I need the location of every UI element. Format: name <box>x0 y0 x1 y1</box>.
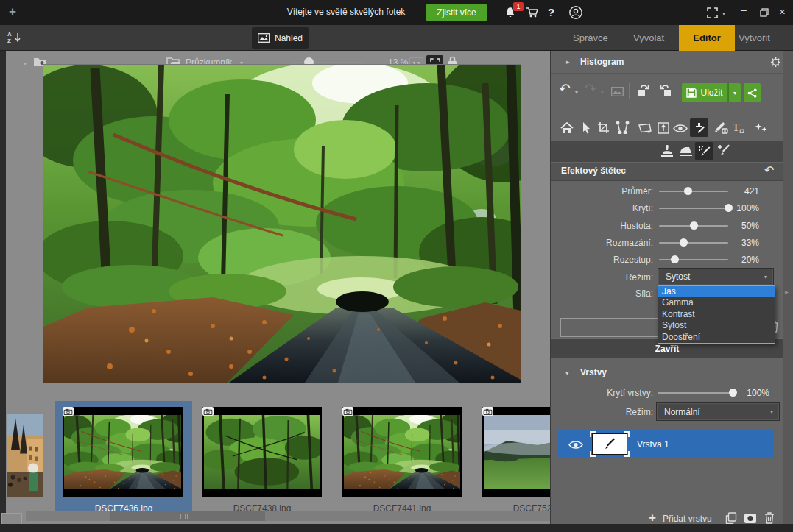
layer-name: Vrstva 1 <box>637 439 669 450</box>
layer-opacity-thumb[interactable] <box>729 389 737 397</box>
deform-tool-icon[interactable] <box>638 123 652 133</box>
combo-caret-icon: ▾ <box>764 274 773 280</box>
dropdown-item-jas[interactable]: Jas <box>658 286 775 297</box>
share-button[interactable] <box>744 83 761 102</box>
tab-editor[interactable]: Editor <box>679 25 735 51</box>
stamp-subtool-icon[interactable] <box>660 144 674 158</box>
new-tab-button[interactable]: + <box>9 4 16 19</box>
panel-gutter: ▸ <box>783 51 793 532</box>
undo-icon[interactable]: ↶ <box>559 80 571 97</box>
layer-opacity-label: Krytí vrstvy: <box>551 388 653 398</box>
home-tool-icon[interactable] <box>560 122 574 134</box>
dropdown-item-doostreni[interactable]: Doostření <box>658 332 775 343</box>
add-layer-plus-icon[interactable]: + <box>649 511 656 525</box>
histogram-expand-icon[interactable]: ▸ <box>566 58 570 65</box>
sort-caret[interactable]: ▾ <box>24 60 27 67</box>
slider-value: 100% <box>732 203 759 213</box>
reset-back-icon[interactable]: ↶ <box>764 163 774 177</box>
view-eye-tool-icon[interactable] <box>673 124 688 133</box>
slider-label: Krytí: <box>551 203 653 213</box>
dropdown-item-gamma[interactable]: Gamma <box>658 297 775 308</box>
tab-vytvorit[interactable]: Vytvořit <box>739 25 770 51</box>
preview-image-icon <box>258 33 270 43</box>
layer-visibility-eye-icon[interactable] <box>568 440 583 450</box>
rotate-right-icon[interactable] <box>657 83 673 98</box>
brush-plus-subtool-icon[interactable] <box>717 143 732 158</box>
effect-brush-header: Efektový štětec ↶ <box>551 163 783 181</box>
save-button[interactable]: Uložit <box>682 83 727 102</box>
slider-thumb[interactable] <box>680 238 688 247</box>
zoner-photo-studio-window: + Vítejte ve světě skvělých fotek Zjisti… <box>0 0 793 532</box>
save-options-caret[interactable]: ▾ <box>728 83 741 102</box>
window-bottom-edge <box>0 524 793 532</box>
filmstrip-cell[interactable]: DSCF7521.jpg <box>475 401 550 519</box>
preview-tab-label: Náhled <box>275 33 303 43</box>
slider-track[interactable] <box>659 208 728 209</box>
layers-collapse-icon[interactable]: ▾ <box>565 369 569 377</box>
close-button[interactable]: × <box>779 5 786 18</box>
restore-button[interactable] <box>760 8 769 17</box>
filmstrip-cell[interactable]: DSCF7441.jpg <box>335 401 469 519</box>
undo-caret[interactable]: ▾ <box>575 89 578 96</box>
selection-arrow-tool-icon[interactable] <box>582 121 591 134</box>
rotate-left-icon[interactable] <box>636 83 652 98</box>
learn-more-button[interactable]: Zjistit více <box>426 4 487 21</box>
panel-collapse-arrow-icon[interactable]: ▸ <box>785 288 789 296</box>
retouch-brush-tool-icon[interactable] <box>713 121 729 135</box>
zoom-slider-track[interactable] <box>291 62 364 63</box>
fullscreen-icon[interactable] <box>707 7 718 18</box>
straighten-tool-icon[interactable] <box>615 121 634 134</box>
slider-track[interactable] <box>659 191 728 192</box>
brush-mode-combobox[interactable]: Sytost ▾ <box>658 268 774 285</box>
preview-tab[interactable]: Náhled <box>252 27 309 49</box>
layer-thumbnail[interactable] <box>592 433 627 455</box>
histogram-title: Histogram <box>580 57 624 67</box>
minimize-button[interactable]: – <box>741 4 747 15</box>
slider-thumb[interactable] <box>671 255 679 263</box>
filmstrip-scrollbar-thumb[interactable] <box>110 511 265 521</box>
add-layer-button[interactable]: Přidat vrstvu <box>663 514 712 524</box>
delete-layer-trash-icon[interactable] <box>764 511 775 524</box>
place-tool-icon[interactable] <box>658 122 669 134</box>
filmstrip-corner-box <box>1 513 22 524</box>
tab-spravce[interactable]: Správce <box>573 25 608 51</box>
slider-track[interactable] <box>659 242 728 244</box>
effect-brush-tool-selected[interactable] <box>690 118 708 137</box>
slider-track[interactable] <box>659 259 728 260</box>
redo-icon[interactable]: ↷ <box>585 80 596 97</box>
crop-tool-icon[interactable] <box>597 121 610 134</box>
slider-track[interactable] <box>659 225 728 227</box>
slider-thumb[interactable] <box>690 221 698 230</box>
duplicate-layer-icon[interactable] <box>725 512 737 525</box>
filmstrip-cell[interactable]: DSCF7438.jpg <box>195 401 329 519</box>
sort-icon[interactable]: AZ <box>7 31 12 44</box>
layer-opacity-track[interactable] <box>658 392 733 394</box>
help-icon[interactable]: ? <box>548 6 554 18</box>
redo-caret[interactable]: ▾ <box>601 89 604 96</box>
effect-brush-subtool-selected[interactable] <box>695 142 713 160</box>
layer-mask-icon[interactable] <box>744 513 757 524</box>
layer-opacity-value: 100% <box>741 388 769 398</box>
filmstrip-scrollbar-track[interactable] <box>26 511 550 521</box>
history-image-icon[interactable] <box>611 87 624 96</box>
thumbnail-frame <box>342 407 462 497</box>
tab-vyvolat[interactable]: Vyvolat <box>633 25 664 51</box>
dropdown-item-sytost[interactable]: Sytost <box>658 320 775 331</box>
filmstrip-cell-selected[interactable]: DSCF7436.jpg <box>55 401 192 519</box>
text-tool-icon[interactable]: TΩ <box>733 121 744 135</box>
slider-thumb[interactable] <box>684 187 692 195</box>
effects-stars-tool-icon[interactable] <box>754 122 769 134</box>
thumbnail-partial[interactable] <box>7 414 43 497</box>
fullscreen-dropdown-caret[interactable]: ▾ <box>722 10 725 17</box>
settings-gear-icon[interactable] <box>770 57 781 68</box>
dropdown-item-kontrast[interactable]: Kontrast <box>658 309 775 320</box>
layer-row-selected[interactable]: Vrstva 1 <box>558 430 774 458</box>
account-icon[interactable] <box>568 5 583 20</box>
camera-badge-icon <box>342 407 353 416</box>
cart-icon[interactable] <box>526 7 539 18</box>
brush-mode-value: Sytost <box>658 272 764 282</box>
slider-label: Průměr: <box>551 186 653 196</box>
iron-subtool-icon[interactable] <box>678 146 694 157</box>
main-photo-canvas[interactable] <box>43 65 521 383</box>
layer-mode-combobox[interactable]: Normální ▾ <box>656 402 780 421</box>
